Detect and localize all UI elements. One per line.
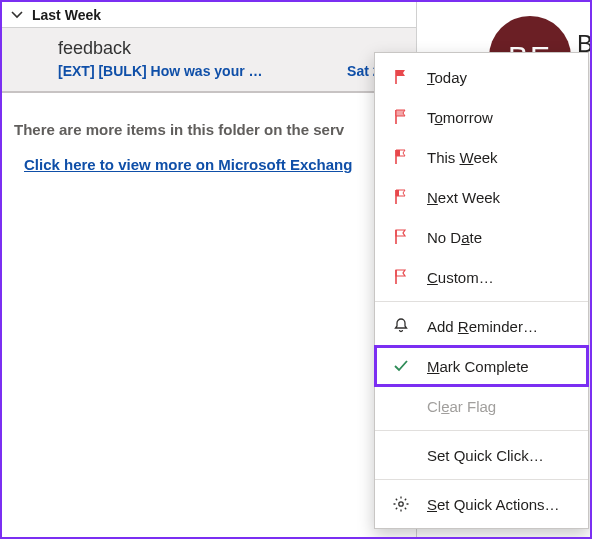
menu-separator <box>375 479 588 480</box>
menu-no-date[interactable]: No Date <box>375 217 588 257</box>
blank-icon <box>389 443 413 467</box>
flag-icon <box>389 265 413 289</box>
menu-today[interactable]: Today <box>375 57 588 97</box>
menu-custom[interactable]: Custom… <box>375 257 588 297</box>
menu-label: Clear Flag <box>427 398 574 415</box>
view-more-link[interactable]: Click here to view more on Microsoft Exc… <box>24 156 352 173</box>
bell-icon <box>389 314 413 338</box>
flag-icon <box>389 65 413 89</box>
menu-mark-complete[interactable]: Mark Complete <box>375 346 588 386</box>
svg-point-0 <box>399 502 403 506</box>
message-sender: feedback <box>58 38 400 59</box>
menu-label: Tomorrow <box>427 109 574 126</box>
flag-icon <box>389 145 413 169</box>
menu-set-quick-click[interactable]: Set Quick Click… <box>375 435 588 475</box>
menu-label: No Date <box>427 229 574 246</box>
group-header-label: Last Week <box>32 7 101 23</box>
more-items-notice: There are more items in this folder on t… <box>14 121 404 138</box>
message-item[interactable]: feedback [EXT] [BULK] How was your … Sat… <box>2 28 416 93</box>
message-subject: [EXT] [BULK] How was your … <box>58 63 327 79</box>
menu-label: Custom… <box>427 269 574 286</box>
message-list-pane: Last Week feedback [EXT] [BULK] How was … <box>2 2 417 537</box>
group-header-last-week[interactable]: Last Week <box>2 2 416 28</box>
menu-label: Set Quick Actions… <box>427 496 574 513</box>
menu-tomorrow[interactable]: Tomorrow <box>375 97 588 137</box>
flag-icon <box>389 185 413 209</box>
menu-separator <box>375 301 588 302</box>
flag-context-menu: Today Tomorrow This Week Next Week No Da… <box>374 52 589 529</box>
menu-set-quick-actions[interactable]: Set Quick Actions… <box>375 484 588 524</box>
blank-icon <box>389 394 413 418</box>
chevron-down-icon <box>10 8 24 22</box>
menu-label: Today <box>427 69 574 86</box>
menu-label: Mark Complete <box>427 358 574 375</box>
menu-label: Next Week <box>427 189 574 206</box>
checkmark-icon <box>389 354 413 378</box>
gear-icon <box>389 492 413 516</box>
menu-next-week[interactable]: Next Week <box>375 177 588 217</box>
menu-add-reminder[interactable]: Add Reminder… <box>375 306 588 346</box>
menu-separator <box>375 430 588 431</box>
menu-label: Set Quick Click… <box>427 447 574 464</box>
menu-clear-flag: Clear Flag <box>375 386 588 426</box>
menu-label: This Week <box>427 149 574 166</box>
flag-icon <box>389 225 413 249</box>
flag-icon <box>389 105 413 129</box>
menu-label: Add Reminder… <box>427 318 574 335</box>
menu-this-week[interactable]: This Week <box>375 137 588 177</box>
